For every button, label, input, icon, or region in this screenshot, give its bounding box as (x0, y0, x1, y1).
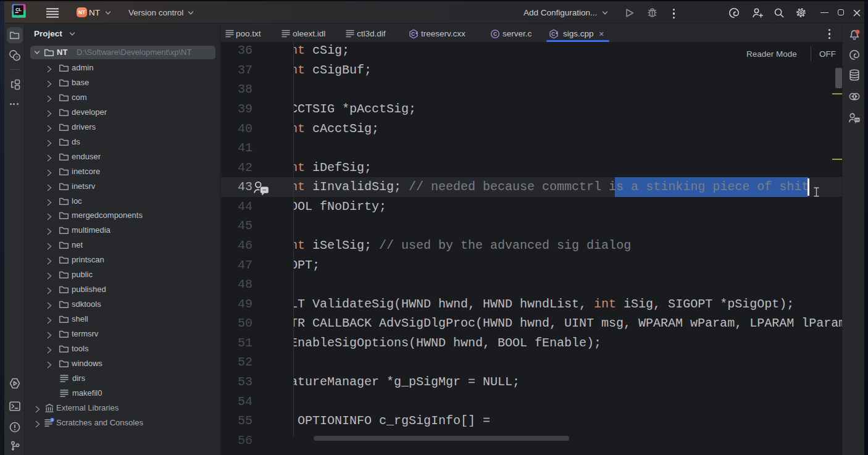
svg-text:C: C (551, 31, 555, 37)
svg-text:CL: CL (15, 7, 22, 12)
svg-text:C: C (493, 31, 497, 37)
svg-text:?: ? (15, 55, 19, 61)
svg-text:C: C (411, 31, 415, 37)
